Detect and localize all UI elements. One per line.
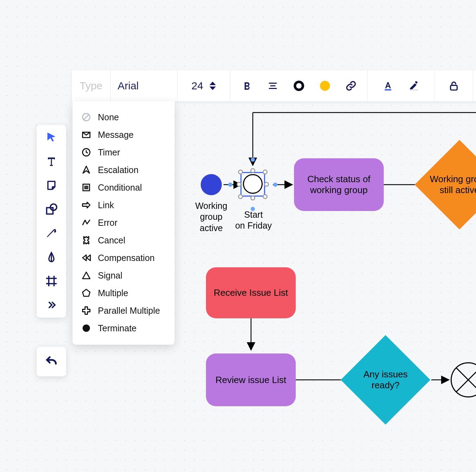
menu-label: Cancel <box>98 235 125 245</box>
menu-label: None <box>98 112 119 122</box>
svg-point-27 <box>83 325 90 332</box>
compensation-icon <box>81 253 92 263</box>
error-icon <box>81 217 92 228</box>
svg-marker-23 <box>83 255 87 261</box>
bold-icon[interactable] <box>241 80 253 92</box>
menu-label: Multiple <box>98 288 128 298</box>
fill-color-icon[interactable] <box>319 80 331 92</box>
menu-item-link[interactable]: Link <box>73 196 175 214</box>
menu-item-compensation[interactable]: Compensation <box>73 249 175 267</box>
shape-tool[interactable] <box>44 202 59 217</box>
menu-item-none[interactable]: None <box>73 108 175 126</box>
event-type-menu: None Message Timer Escalation Conditiona… <box>73 101 175 345</box>
menu-label: Compensation <box>98 253 155 263</box>
menu-label: Message <box>98 130 133 140</box>
svg-rect-6 <box>410 89 418 91</box>
line-tool[interactable] <box>44 225 59 241</box>
menu-item-multiple[interactable]: Multiple <box>73 284 175 302</box>
task-review-issue[interactable]: Review issue List <box>206 353 296 406</box>
text-style-group <box>230 70 368 101</box>
multiple-icon <box>81 288 92 298</box>
svg-marker-24 <box>87 255 90 261</box>
text-tool[interactable] <box>44 154 59 169</box>
menu-item-error[interactable]: Error <box>73 214 175 231</box>
menu-item-timer[interactable]: Timer <box>73 143 175 161</box>
font-family-dropdown[interactable]: Arial <box>111 70 177 101</box>
start-event[interactable] <box>201 174 222 195</box>
menu-item-escalation[interactable]: Escalation <box>73 161 175 179</box>
select-tool[interactable] <box>44 130 59 145</box>
link-icon[interactable] <box>345 80 357 92</box>
connection-point[interactable] <box>251 207 255 211</box>
connection-point[interactable] <box>273 183 277 187</box>
type-dropdown[interactable]: Type <box>72 70 111 101</box>
menu-label: Terminate <box>98 323 137 333</box>
cancel-icon <box>81 235 92 245</box>
menu-item-cancel[interactable]: Cancel <box>73 231 175 249</box>
end-event[interactable] <box>451 362 476 397</box>
selected-event[interactable] <box>243 174 263 194</box>
svg-rect-8 <box>47 208 53 214</box>
menu-label: Signal <box>98 270 123 281</box>
escalation-icon <box>81 165 92 175</box>
selected-event-label: Start on Friday <box>232 209 275 231</box>
task-check-status[interactable]: Check status of working group <box>294 158 384 211</box>
font-size-stepper[interactable]: 24 <box>177 70 230 101</box>
note-tool[interactable] <box>44 178 59 193</box>
lock-button[interactable] <box>434 70 473 101</box>
conditional-icon <box>81 182 92 193</box>
undo-button[interactable] <box>37 347 66 376</box>
task-receive-issue[interactable]: Receive Issue List <box>206 267 296 318</box>
start-event-label: Working group active <box>188 200 234 234</box>
gateway-any-issues[interactable]: Any issues ready? <box>341 335 431 425</box>
menu-label: Conditional <box>98 183 142 193</box>
svg-marker-25 <box>83 272 90 279</box>
stroke-color-icon[interactable] <box>293 80 305 92</box>
svg-rect-5 <box>384 89 391 90</box>
menu-item-message[interactable]: Message <box>73 126 175 143</box>
svg-marker-26 <box>83 289 90 296</box>
menu-label: Timer <box>98 147 120 158</box>
expand-tool[interactable] <box>44 297 59 313</box>
svg-point-3 <box>295 82 303 90</box>
stepper-arrows[interactable] <box>209 82 216 90</box>
timer-icon <box>81 147 92 158</box>
align-icon[interactable] <box>267 80 279 92</box>
menu-item-conditional[interactable]: Conditional <box>73 179 175 196</box>
format-toolbar: Type Arial 24 ••• <box>72 70 476 101</box>
signal-icon <box>81 270 92 281</box>
parallel-icon <box>81 305 92 316</box>
menu-label: Error <box>98 218 118 228</box>
tool-palette <box>37 125 66 318</box>
svg-point-4 <box>320 81 330 91</box>
svg-rect-7 <box>450 85 457 90</box>
none-icon <box>81 112 92 122</box>
menu-item-signal[interactable]: Signal <box>73 267 175 284</box>
font-size-value: 24 <box>192 80 203 92</box>
frame-tool[interactable] <box>44 273 59 289</box>
text-color-icon[interactable] <box>382 80 394 92</box>
more-button[interactable]: ••• <box>473 70 476 101</box>
message-icon <box>81 129 92 140</box>
menu-item-parallel[interactable]: Parallel Multiple <box>73 302 175 319</box>
color-edit-group <box>368 70 434 101</box>
menu-label: Escalation <box>98 165 138 175</box>
connection-point[interactable] <box>228 183 232 187</box>
link-arrow-icon <box>81 200 92 210</box>
gateway-working-group[interactable]: Working group still active <box>415 140 476 230</box>
svg-line-16 <box>83 114 89 120</box>
menu-label: Parallel Multiple <box>98 306 160 316</box>
terminate-icon <box>81 323 92 333</box>
menu-item-terminate[interactable]: Terminate <box>73 319 175 337</box>
pen-tool[interactable] <box>44 249 59 265</box>
menu-label: Link <box>98 200 114 210</box>
connection-point[interactable] <box>251 158 255 162</box>
edit-pencil-icon[interactable] <box>408 80 420 92</box>
